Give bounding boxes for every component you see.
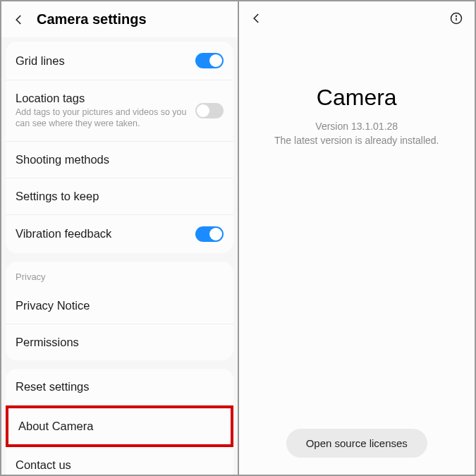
row-grid-lines[interactable]: Grid lines: [6, 42, 233, 80]
settings-group-other: Reset settings About Camera Contact us: [6, 369, 233, 475]
about-body: Camera Version 13.1.01.28 The latest ver…: [239, 35, 475, 475]
label: Contact us: [16, 458, 224, 472]
label: Reset settings: [16, 380, 224, 393]
about-status: The latest version is already installed.: [274, 135, 439, 146]
open-source-licenses-button[interactable]: Open source licenses: [286, 429, 427, 458]
settings-panel: Camera settings Grid lines Location tags…: [1, 1, 238, 475]
label: Grid lines: [16, 54, 195, 68]
row-vibration-feedback[interactable]: Vibration feedback: [6, 215, 233, 253]
toggle-location-tags[interactable]: [195, 103, 224, 118]
section-header-privacy: Privacy: [6, 262, 233, 288]
label: Location tags: [16, 92, 195, 105]
label: Privacy Notice: [16, 299, 224, 312]
label: About Camera: [18, 420, 221, 433]
row-shooting-methods[interactable]: Shooting methods: [6, 142, 233, 178]
back-icon[interactable]: [13, 13, 25, 26]
info-icon[interactable]: [449, 11, 463, 25]
row-permissions[interactable]: Permissions: [6, 324, 233, 360]
settings-header: Camera settings: [1, 1, 238, 37]
row-settings-to-keep[interactable]: Settings to keep: [6, 178, 233, 215]
row-contact-us[interactable]: Contact us: [6, 447, 233, 475]
about-panel: Camera Version 13.1.01.28 The latest ver…: [239, 1, 475, 475]
toggle-grid-lines[interactable]: [195, 53, 224, 68]
label: Vibration feedback: [16, 227, 195, 240]
about-app-name: Camera: [317, 85, 397, 111]
row-location-tags[interactable]: Location tags Add tags to your pictures …: [6, 80, 233, 142]
row-privacy-notice[interactable]: Privacy Notice: [6, 288, 233, 324]
row-reset-settings[interactable]: Reset settings: [6, 369, 233, 405]
svg-point-2: [456, 16, 457, 16]
label: Settings to keep: [16, 190, 224, 203]
about-header: [239, 1, 475, 35]
back-icon[interactable]: [250, 12, 263, 25]
row-about-camera[interactable]: About Camera: [6, 405, 233, 447]
about-version: Version 13.1.01.28: [315, 121, 398, 132]
label: Permissions: [16, 336, 224, 349]
subtitle: Add tags to your pictures and videos so …: [16, 106, 195, 130]
label: Shooting methods: [16, 153, 224, 166]
toggle-vibration-feedback[interactable]: [195, 226, 224, 242]
page-title: Camera settings: [37, 11, 147, 28]
settings-group-privacy: Privacy Privacy Notice Permissions: [6, 262, 233, 360]
settings-group-general: Grid lines Location tags Add tags to you…: [6, 42, 233, 253]
